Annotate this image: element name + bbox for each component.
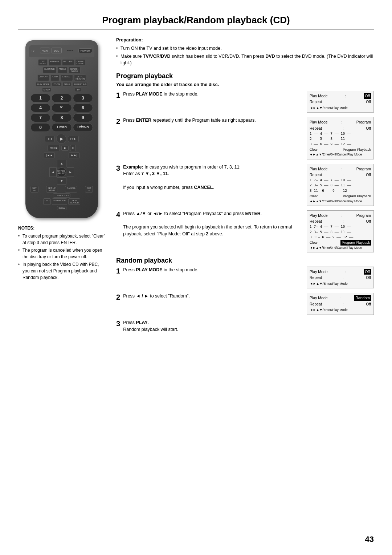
s3-repeat-colon: : [343, 172, 344, 178]
s4-numbers: 1 7— 4 —— 7 —— 10 —— 2 3— 5 —— 8 —— 11 —… [310, 224, 371, 240]
right-column: Preparation: Turn ON the TV and set it t… [116, 37, 374, 337]
nav-right-button[interactable]: ► [67, 167, 74, 177]
misc-row-2: SLOW [29, 206, 94, 210]
step-1-body: Press PLAY MODE in the stop mode. [123, 91, 304, 98]
num-5-button[interactable]: 5° [52, 104, 72, 112]
r-step-2-screen: Play Mode : Random Repeat : Off ◄►▲▼/Ent… [307, 293, 374, 315]
step-4-number: 4 [116, 210, 120, 219]
search-mode-button[interactable]: SEARCHMODE [69, 67, 81, 73]
step-4-body: Press ▲/▼ or ◄/► to select "Program Play… [123, 210, 304, 238]
zoom-button[interactable]: ZOOM [52, 82, 61, 86]
r-step-3-number: 3 [116, 319, 120, 328]
screen1-play-mode-label: Play Mode [310, 93, 328, 99]
bottom-row-1: OSD A.MONITOR SKIPSEARCH [29, 198, 94, 205]
s3-row2: 2 3— 5 —— 8 —— 11 —— [310, 183, 371, 188]
s2-numbers: 1 —— 4 —— 7 —— 10 —— 2 —— 5 —— 8 —— 11 —… [310, 131, 371, 147]
s3-colon: : [342, 166, 343, 172]
step-3-body: Example: In case you wish to program in … [123, 164, 304, 191]
play-button[interactable]: ▶ [56, 134, 66, 144]
set-minus-button[interactable]: SET— [30, 186, 38, 193]
screen1-nav-hint: ◄►▲▼/Enter/Play Mode [310, 106, 371, 111]
marker-button[interactable]: MARKER [49, 59, 61, 66]
rs2-repeat-val: Off [366, 301, 371, 307]
osd-button[interactable]: OSD [43, 198, 51, 205]
fast-forward-button[interactable]: FF► [68, 136, 79, 142]
rs1-off: Off [364, 269, 371, 275]
preparation-item-2: Make sure TV/VCR/DVD switch has been sli… [116, 53, 374, 67]
dvd-menu-button[interactable]: DVDMENU [38, 59, 48, 66]
title-button[interactable]: TITLE [62, 82, 71, 86]
tv-vcr-button[interactable]: TV/VCR [73, 123, 93, 132]
s2-row1: 1 —— 4 —— 7 —— 10 —— [310, 131, 371, 136]
num-8-button[interactable]: 8 [52, 113, 72, 122]
s4-nav: ◄►▲▼/Enter/0–9/Cancel/Play Mode [310, 246, 371, 250]
s3-repeat-label: Repeat [310, 172, 322, 178]
nav-up-button[interactable]: ▲ [57, 160, 66, 167]
notes-item-3: In playing back the Video CD with PBC, y… [18, 261, 105, 281]
open-close-button[interactable]: OPEN/CLOSE [75, 59, 85, 66]
timer-button[interactable]: TIMER [52, 123, 72, 132]
angle-button[interactable]: ANGLE [57, 67, 68, 73]
program-step-4: 4 Press ▲/▼ or ◄/► to select "Program Pl… [116, 210, 374, 252]
c-reset-button[interactable]: C.RESET [61, 74, 73, 81]
menu-row-2: SUBTITLE ANGLE SEARCHMODE [29, 67, 94, 73]
s2-colon: : [342, 119, 343, 125]
s3-play-label: Play Mode [310, 166, 328, 172]
s4-colon: : [342, 212, 343, 218]
r-step-2-body: Press ◄ / ► to select "Random". [123, 293, 304, 300]
num-3-button[interactable]: 3 [73, 94, 93, 102]
nav-enter-button[interactable]: ENTERSELECT [57, 167, 66, 177]
num-6-button[interactable]: 6 [73, 104, 93, 112]
a-monitor-button[interactable]: A.MONITOR [52, 198, 67, 205]
zero-return-button[interactable]: ZERORETURN [74, 74, 86, 81]
pause-button[interactable]: II [70, 145, 76, 151]
tv-button[interactable]: TV [75, 88, 81, 92]
s3-repeat-val: Off [366, 172, 371, 178]
num-9-button[interactable]: 9 [73, 113, 93, 122]
power-button[interactable]: POWER [78, 48, 92, 53]
preparation-item-1: Turn ON the TV and set it to the video i… [116, 45, 374, 52]
subtitle-button[interactable]: SUBTITLE [43, 67, 56, 73]
nav-left-button[interactable]: ◄ [49, 167, 57, 177]
program-playback-subtitle: You can arrange the order of tracks on t… [116, 82, 374, 87]
tv-vcr-ch-button[interactable]: *TV/VCR CH – [53, 193, 70, 198]
program-step-2: 2 Press ENTER repeatedly until the Progr… [116, 117, 374, 159]
skip-search-button[interactable]: SKIPSEARCH [68, 198, 80, 205]
program-playback-heading: Program playback [116, 72, 374, 80]
vcr-button[interactable]: VCR [40, 48, 50, 53]
num-7-button[interactable]: 7 [30, 113, 50, 122]
display-button[interactable]: DISPLAY [37, 74, 49, 81]
cancel-button[interactable]: CANCEL [65, 186, 77, 193]
num-1-button[interactable]: 1 [30, 94, 50, 102]
setup-menu-button[interactable]: SET UPMENU [46, 186, 58, 193]
vcr-dvd-buttons: VCR DVD [40, 48, 62, 53]
rec-button[interactable]: REC● [48, 145, 60, 151]
rewind-button[interactable]: ◄◄ [45, 136, 55, 142]
preparation-section: Preparation: Turn ON the TV and set it t… [116, 37, 374, 66]
sp-ep-button[interactable]: SP/EP [42, 88, 52, 92]
a-trk-button[interactable]: A.TRK [50, 74, 60, 81]
dvd-button[interactable]: DVD [52, 48, 62, 53]
transport-row-3: |◄◄ ►►| [30, 152, 93, 158]
r-step-1-number: 1 [116, 267, 120, 275]
s4-footer: Clear Program Playback [310, 240, 371, 246]
s2-nav: ◄►▲▼/Enter/0–9/Cancel/Play Mode [310, 152, 371, 157]
screen1-off-value: Off [364, 93, 371, 99]
repeat-ab-button[interactable]: REPEAT A-B [73, 82, 88, 86]
skip-back-button[interactable]: |◄◄ [44, 152, 55, 158]
stop-button[interactable]: ■ [61, 146, 69, 151]
play-mode-button[interactable]: PLAY MODE [36, 82, 51, 86]
return-button[interactable]: RETURN [62, 59, 74, 66]
step-1-screen: Play Mode : Off Repeat : Off ◄►▲▼/Enter/… [307, 91, 374, 113]
s2-program: Program [356, 119, 371, 125]
nav-down-button[interactable]: ▼ [57, 177, 66, 185]
skip-forward-button[interactable]: ►►| [69, 152, 79, 158]
num-4-button[interactable]: 4 [30, 104, 50, 112]
notes-title: NOTES: [18, 225, 105, 231]
slow-button[interactable]: SLOW [57, 206, 66, 210]
num-0-button[interactable]: 0 [30, 123, 50, 132]
preparation-title: Preparation: [116, 37, 374, 44]
num-2-button[interactable]: 2 [52, 94, 72, 102]
set-plus-button[interactable]: SET+ [85, 186, 93, 193]
s4-repeat-label: Repeat [310, 218, 322, 224]
